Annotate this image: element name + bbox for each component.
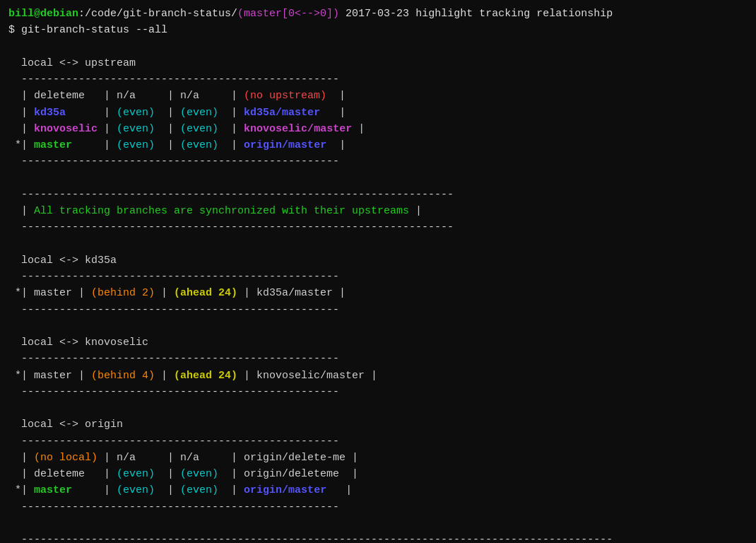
- remote-label: (no upstream): [244, 90, 326, 102]
- branch-name: kd35a: [34, 107, 66, 119]
- section-knovoselic-header: local <-> knovoselic: [8, 334, 748, 351]
- prompt-branch: (master[0<-->0]): [237, 8, 339, 20]
- table-row: *| master | (even) | (even) | origin/mas…: [8, 482, 748, 498]
- terminal-window: bill@debian:/code/git-branch-status/(mas…: [8, 6, 748, 543]
- table-row: | kd35a | (even) | (even) | kd35a/master…: [8, 105, 748, 121]
- prompt-line-1: bill@debian:/code/git-branch-status/(mas…: [8, 6, 748, 22]
- col2-val: (even): [180, 139, 218, 151]
- section-origin-header: local <-> origin: [8, 416, 748, 433]
- table-row: | deleteme | (even) | (even) | origin/de…: [8, 466, 748, 482]
- table-row: *| master | (behind 4) | (ahead 24) | kn…: [8, 368, 748, 384]
- section-knovoselic-divider-bot: ----------------------------------------…: [8, 384, 748, 400]
- prompt-dollar: $ git-branch-status --all: [8, 24, 167, 36]
- remote-label: knovoselic/master: [244, 123, 352, 135]
- col1-val: (even): [117, 484, 155, 496]
- section-kd35a-header: local <-> kd35a: [8, 252, 748, 269]
- branch-name: master: [34, 484, 72, 496]
- col1-val: (even): [117, 123, 155, 135]
- branch-name: knovoselic: [34, 123, 98, 135]
- summary-divider-1: ----------------------------------------…: [8, 187, 748, 203]
- col2-val: (even): [180, 484, 218, 496]
- section-upstream-divider-top: ----------------------------------------…: [8, 71, 748, 88]
- table-row: *| master | (even) | (even) | origin/mas…: [8, 137, 748, 153]
- summary-text-1: | All tracking branches are synchronized…: [8, 203, 748, 219]
- col2-val: (even): [180, 107, 218, 119]
- blank-6: [8, 515, 748, 532]
- summary-divider-2: ----------------------------------------…: [8, 219, 748, 235]
- col2-val: (even): [180, 468, 218, 480]
- col1-val: (even): [117, 107, 155, 119]
- blank-4: [8, 318, 748, 334]
- section-upstream-divider-bot: ----------------------------------------…: [8, 153, 748, 170]
- section-kd35a-divider-bot: ----------------------------------------…: [8, 302, 748, 318]
- prompt-path: :/code/git-branch-status/: [78, 8, 237, 20]
- blank-1: [8, 39, 748, 55]
- table-row: *| master | (behind 2) | (ahead 24) | kd…: [8, 285, 748, 301]
- remote-label: origin/master: [244, 484, 326, 496]
- blank-2: [8, 170, 748, 187]
- table-row: | (no local) | n/a | n/a | origin/delete…: [8, 450, 748, 466]
- section-upstream-header: local <-> upstream: [8, 55, 748, 71]
- remote-label: origin/master: [244, 139, 326, 151]
- prompt-user-host: bill@debian: [8, 8, 78, 20]
- remote-label: kd35a/master: [244, 107, 320, 119]
- ahead-label: (ahead 24): [174, 287, 237, 299]
- col2-val: (even): [180, 123, 218, 135]
- behind-label: (behind 4): [91, 370, 155, 382]
- section-origin-divider-top: ----------------------------------------…: [8, 433, 748, 450]
- prompt-date-cmd: 2017-03-23 highlight tracking relationsh…: [339, 8, 613, 20]
- ahead-label: (ahead 24): [174, 370, 237, 382]
- blank-3: [8, 236, 748, 252]
- section-kd35a-divider-top: ----------------------------------------…: [8, 269, 748, 285]
- blank-5: [8, 400, 748, 416]
- table-row: | knovoselic | (even) | (even) | knovose…: [8, 121, 748, 137]
- summary-origin-divider-1: ----------------------------------------…: [8, 532, 748, 543]
- branch-name: master: [34, 139, 72, 151]
- prompt-line-2: $ git-branch-status --all: [8, 22, 748, 38]
- section-origin-divider-bot: ----------------------------------------…: [8, 499, 748, 515]
- behind-label: (behind 2): [91, 287, 155, 299]
- no-local-label: (no local): [34, 452, 98, 464]
- col1-val: (even): [117, 468, 155, 480]
- summary-label: All tracking branches are synchronized w…: [34, 205, 409, 217]
- section-knovoselic-divider-top: ----------------------------------------…: [8, 351, 748, 367]
- col1-val: (even): [117, 139, 155, 151]
- table-row: | deleteme | n/a | n/a | (no upstream) |: [8, 88, 748, 104]
